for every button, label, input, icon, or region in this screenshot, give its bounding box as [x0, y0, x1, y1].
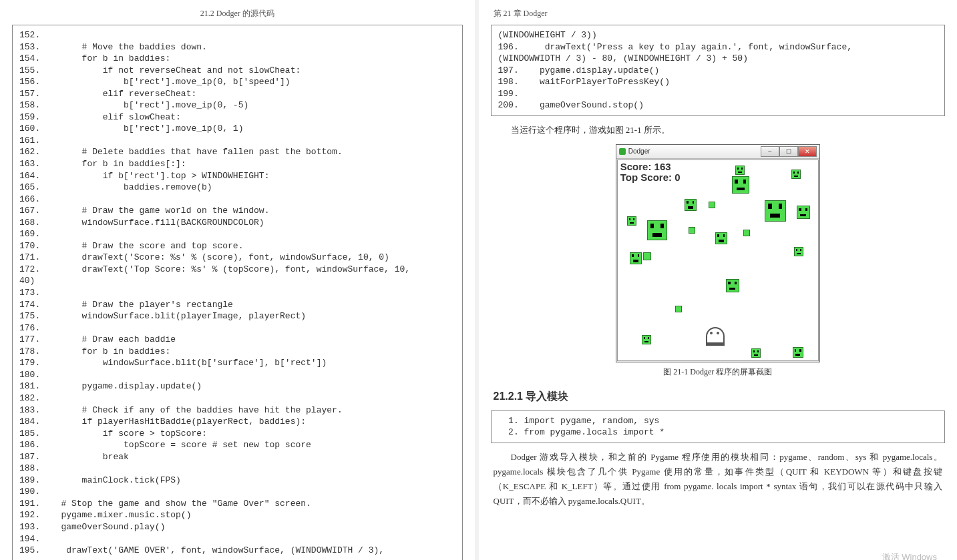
code-line: 199.: [498, 88, 938, 100]
code-line: 156. b['rect'].move_ip(0, b['speed']): [19, 76, 455, 88]
baddie-sprite: [715, 232, 727, 244]
section-heading: 21.2.1 导入模块: [494, 390, 943, 404]
code-line: 175. windowSurface.blit(playerImage, pla…: [19, 310, 455, 322]
code-line: 193. gameOverSound.play(): [19, 521, 455, 533]
minimize-button[interactable]: –: [761, 146, 779, 157]
baddie-sprite: [732, 176, 749, 194]
paragraph-text: Dodger 游戏导入模块，和之前的 Pygame 程序使用的模块相同：pyga…: [494, 450, 943, 509]
code-line: 173.: [19, 287, 455, 299]
close-button[interactable]: ✕: [798, 146, 817, 157]
baddie-sprite: [647, 220, 667, 240]
topscore-text: Top Score: 0: [620, 172, 681, 184]
code-line: 152.: [19, 29, 455, 41]
right-page-header: 第 21 章 Dodger: [491, 8, 946, 19]
baddie-sprite: [709, 202, 715, 208]
code-line: 162. # Delete baddies that have fallen p…: [19, 146, 455, 158]
code-line: 168. windowSurface.fill(BACKGROUNDCOLOR): [19, 217, 455, 229]
right-page: 第 21 章 Dodger (WINDOWHEIGHT / 3))196. dr…: [479, 0, 958, 560]
baddie-sprite: [765, 200, 786, 222]
code-line: 2. from pygame.locals import *: [498, 427, 938, 439]
code-line: 190.: [19, 486, 455, 498]
code-line: 179. windowSurface.blit(b['surface'], b[…: [19, 357, 455, 369]
code-line: 166.: [19, 194, 455, 206]
baddie-sprite: [797, 206, 810, 219]
baddie-sprite: [793, 347, 803, 358]
code-line: 186. topScore = score # set new top scor…: [19, 439, 455, 451]
figure-caption: 图 21-1 Dodger 程序的屏幕截图: [491, 366, 946, 378]
figure-wrap: Dodger – ☐ ✕ Score: 163 Top Score: 0: [491, 144, 946, 362]
baddie-sprite: [743, 230, 750, 236]
window-title: Dodger: [619, 148, 650, 155]
code-line: 187. break: [19, 451, 455, 463]
code-line: 40): [19, 275, 455, 287]
code-line: 185. if score > topScore:: [19, 428, 455, 440]
code-line: 171. drawText('Score: %s' % (score), fon…: [19, 252, 455, 264]
code-line: (WINDOWHEIGHT / 3)): [498, 29, 938, 41]
code-line: 167. # Draw the game world on the window…: [19, 205, 455, 217]
code-line: 178. for b in baddies:: [19, 346, 455, 358]
baddie-sprite: [675, 306, 682, 312]
baddie-sprite: [685, 199, 697, 211]
score-display: Score: 163 Top Score: 0: [620, 162, 681, 184]
window-title-text: Dodger: [628, 148, 650, 155]
code-line: 189. mainClock.tick(FPS): [19, 475, 455, 487]
code-line: 172. drawText('Top Score: %s' % (topScor…: [19, 264, 455, 276]
right-code-block-top: (WINDOWHEIGHT / 3))196. drawText('Press …: [491, 25, 946, 116]
code-line: 154. for b in baddies:: [19, 53, 455, 65]
game-area: Score: 163 Top Score: 0: [617, 160, 819, 361]
app-icon: [619, 148, 626, 155]
code-line: 181. pygame.display.update(): [19, 380, 455, 392]
baddie-sprite: [791, 170, 801, 179]
code-line: 195. drawText('GAME OVER', font, windowS…: [19, 545, 455, 557]
code-line: 200. gameOverSound.stop(): [498, 99, 938, 111]
baddie-sprite: [689, 227, 695, 234]
baddie-sprite: [642, 335, 651, 344]
baddie-sprite: [627, 216, 636, 226]
code-line: 165. baddies.remove(b): [19, 182, 455, 194]
watermark: 激活 Windows CSDN @做梦都在改BUG: [839, 551, 937, 560]
player-sprite: [706, 327, 725, 346]
code-line: 158. b['rect'].move_ip(0, -5): [19, 99, 455, 111]
baddie-sprite: [630, 252, 642, 264]
code-line: 163. for b in baddies[:]:: [19, 158, 455, 170]
code-line: 153. # Move the baddies down.: [19, 41, 455, 53]
watermark-line1: 激活 Windows: [839, 551, 937, 560]
code-line: 164. if b['rect'].top > WINDOWHEIGHT:: [19, 170, 455, 182]
code-line: 170. # Draw the score and top score.: [19, 240, 455, 252]
code-line: 161.: [19, 135, 455, 147]
baddie-sprite: [751, 348, 761, 358]
code-line: (WINDOWWIDTH / 3) - 80, (WINDOWHEIGHT / …: [498, 53, 938, 65]
code-line: 174. # Draw the player's rectangle: [19, 299, 455, 311]
code-line: 1. import pygame, random, sys: [498, 415, 938, 427]
window-buttons: – ☐ ✕: [761, 146, 817, 157]
code-line: 188.: [19, 463, 455, 475]
baddie-sprite: [643, 252, 651, 260]
code-line: 197. pygame.display.update(): [498, 65, 938, 77]
code-line: 159. elif slowCheat:: [19, 111, 455, 123]
code-line: 196. drawText('Press a key to play again…: [498, 41, 938, 53]
left-page-header: 21.2 Dodger 的源代码: [12, 8, 463, 19]
code-line: 182.: [19, 392, 455, 404]
score-text: Score: 163: [620, 162, 681, 173]
maximize-button[interactable]: ☐: [779, 146, 798, 157]
window-titlebar: Dodger – ☐ ✕: [616, 145, 819, 159]
code-line: 192. pygame.mixer.music.stop(): [19, 509, 455, 521]
code-line: 184. if playerHasHitBaddie(playerRect, b…: [19, 416, 455, 428]
baddie-sprite: [735, 166, 745, 175]
left-code-block: 152.153. # Move the baddies down.154. fo…: [12, 25, 463, 560]
baddie-sprite: [726, 279, 739, 292]
baddie-sprite: [794, 247, 803, 256]
code-line: 177. # Draw each baddie: [19, 334, 455, 346]
imports-code-block: 1. import pygame, random, sys 2. from py…: [491, 410, 946, 443]
code-line: 183. # Check if any of the baddies have …: [19, 404, 455, 416]
code-line: 155. if not reverseCheat and not slowChe…: [19, 65, 455, 77]
code-line: 198. waitForPlayerToPressKey(): [498, 76, 938, 88]
game-window: Dodger – ☐ ✕ Score: 163 Top Score: 0: [616, 144, 820, 362]
code-line: 180.: [19, 369, 455, 381]
code-line: 160. b['rect'].move_ip(0, 1): [19, 123, 455, 135]
code-line: 191. # Stop the game and show the "Game …: [19, 498, 455, 510]
code-line: 169.: [19, 228, 455, 240]
code-line: 194.: [19, 533, 455, 545]
run-description: 当运行这个程序时，游戏如图 21-1 所示。: [494, 123, 943, 137]
left-page: 21.2 Dodger 的源代码 152.153. # Move the bad…: [0, 0, 479, 560]
